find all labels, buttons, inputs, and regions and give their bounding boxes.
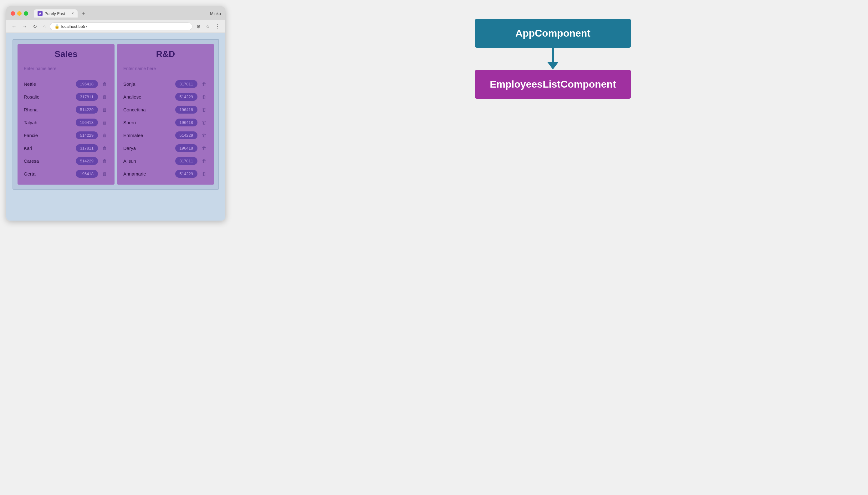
- salary-badge: 317811: [175, 157, 198, 165]
- rnd-name-input[interactable]: [122, 64, 209, 73]
- employee-name: Concettina: [123, 107, 175, 112]
- back-button[interactable]: ←: [10, 23, 18, 30]
- delete-button[interactable]: 🗑: [101, 145, 108, 151]
- delete-button[interactable]: 🗑: [201, 171, 208, 177]
- delete-button[interactable]: 🗑: [101, 158, 108, 164]
- table-row: Fancie 514229 🗑: [22, 130, 109, 141]
- table-row: Nettle 196418 🗑: [22, 78, 109, 90]
- table-row: Annamarie 514229 🗑: [122, 168, 209, 180]
- delete-button[interactable]: 🗑: [201, 81, 208, 87]
- employee-name: Annamarie: [123, 171, 175, 176]
- table-row: Rhona 514229 🗑: [22, 104, 109, 116]
- salary-badge: 196418: [175, 106, 198, 114]
- browser-content: Sales Nettle 196418 🗑 Rosalie 317811 🗑 R…: [6, 33, 225, 221]
- salary-badge: 514229: [175, 132, 198, 139]
- rnd-title: R&D: [122, 49, 209, 59]
- salary-badge: 317811: [76, 144, 98, 152]
- salary-badge: 514229: [76, 106, 98, 114]
- employees-component-label: EmployeesListComponent: [490, 79, 616, 90]
- user-name: Minko: [210, 11, 221, 16]
- forward-button[interactable]: →: [21, 23, 29, 30]
- employee-name: Kari: [24, 146, 76, 151]
- table-row: Sherri 196418 🗑: [122, 117, 209, 128]
- employee-name: Analiese: [123, 94, 175, 100]
- table-row: Gerta 196418 🗑: [22, 168, 109, 180]
- browser-tab-area: A Purely Fast × +: [34, 10, 207, 18]
- tab-title: Purely Fast: [45, 11, 65, 16]
- employee-name: Nettle: [24, 81, 76, 87]
- rnd-employee-list: Sonja 317811 🗑 Analiese 514229 🗑 Concett…: [122, 78, 209, 180]
- browser-window: A Purely Fast × + Minko ← → ↻ ⌂ 🔒 localh…: [6, 6, 225, 221]
- tab-close-button[interactable]: ×: [72, 11, 74, 16]
- employee-name: Rosalie: [24, 94, 76, 100]
- delete-button[interactable]: 🗑: [101, 171, 108, 177]
- employee-name: Talyah: [24, 120, 76, 125]
- delete-button[interactable]: 🗑: [201, 106, 208, 113]
- delete-button[interactable]: 🗑: [101, 119, 108, 126]
- delete-button[interactable]: 🗑: [201, 119, 208, 126]
- arrow-line: [552, 48, 554, 62]
- traffic-light-minimize[interactable]: [17, 11, 22, 16]
- table-row: Talyah 196418 🗑: [22, 117, 109, 128]
- sales-name-input[interactable]: [22, 64, 109, 73]
- app-component-label: AppComponent: [515, 28, 591, 39]
- employees-component-box: EmployeesListComponent: [475, 70, 631, 99]
- app-container: Sales Nettle 196418 🗑 Rosalie 317811 🗑 R…: [13, 39, 219, 190]
- salary-badge: 196418: [175, 119, 198, 126]
- menu-icon-button[interactable]: ⋮: [214, 22, 222, 30]
- employee-name: Alisun: [123, 158, 175, 164]
- table-row: Emmalee 514229 🗑: [122, 130, 209, 141]
- table-row: Caresa 514229 🗑: [22, 155, 109, 167]
- reload-button[interactable]: ↻: [31, 22, 38, 30]
- traffic-light-close[interactable]: [11, 11, 15, 16]
- delete-button[interactable]: 🗑: [201, 93, 208, 100]
- delete-button[interactable]: 🗑: [101, 81, 108, 87]
- rnd-department-panel: R&D Sonja 317811 🗑 Analiese 514229 🗑 Con…: [117, 44, 214, 185]
- salary-badge: 196418: [76, 170, 98, 178]
- browser-titlebar: A Purely Fast × + Minko: [6, 6, 225, 20]
- employee-name: Sonja: [123, 81, 175, 87]
- table-row: Alisun 317811 🗑: [122, 155, 209, 167]
- traffic-lights: [11, 11, 28, 16]
- salary-badge: 514229: [76, 132, 98, 139]
- delete-button[interactable]: 🗑: [101, 106, 108, 113]
- employee-name: Emmalee: [123, 133, 175, 138]
- table-row: Concettina 196418 🗑: [122, 104, 209, 116]
- tab-favicon: A: [37, 11, 42, 16]
- component-diagram: AppComponent EmployeesListComponent: [244, 6, 862, 112]
- delete-button[interactable]: 🗑: [201, 158, 208, 164]
- table-row: Kari 317811 🗑: [22, 142, 109, 154]
- salary-badge: 196418: [76, 119, 98, 126]
- bookmark-icon-button[interactable]: ☆: [204, 22, 211, 30]
- home-button[interactable]: ⌂: [41, 23, 47, 30]
- salary-badge: 317811: [175, 80, 198, 88]
- toolbar-actions: ⊕ ☆ ⋮: [195, 22, 222, 30]
- address-text: localhost:5557: [61, 24, 88, 29]
- new-tab-button[interactable]: +: [80, 10, 87, 18]
- employee-name: Caresa: [24, 158, 76, 164]
- table-row: Sonja 317811 🗑: [122, 78, 209, 90]
- traffic-light-fullscreen[interactable]: [24, 11, 28, 16]
- table-row: Rosalie 317811 🗑: [22, 91, 109, 103]
- employee-name: Rhona: [24, 107, 76, 112]
- delete-button[interactable]: 🗑: [201, 132, 208, 139]
- diagram-arrow: [547, 48, 559, 69]
- salary-badge: 514229: [175, 170, 198, 178]
- salary-badge: 514229: [76, 157, 98, 165]
- app-component-box: AppComponent: [475, 19, 631, 48]
- cast-icon-button[interactable]: ⊕: [195, 22, 202, 30]
- delete-button[interactable]: 🗑: [201, 145, 208, 151]
- table-row: Analiese 514229 🗑: [122, 91, 209, 103]
- salary-badge: 196418: [175, 144, 198, 152]
- delete-button[interactable]: 🗑: [101, 93, 108, 100]
- sales-title: Sales: [22, 49, 109, 59]
- address-bar[interactable]: 🔒 localhost:5557: [50, 22, 192, 30]
- browser-toolbar: ← → ↻ ⌂ 🔒 localhost:5557 ⊕ ☆ ⋮: [6, 20, 225, 33]
- delete-button[interactable]: 🗑: [101, 132, 108, 139]
- employee-name: Darya: [123, 146, 175, 151]
- employee-name: Sherri: [123, 120, 175, 125]
- salary-badge: 514229: [175, 93, 198, 101]
- employee-name: Fancie: [24, 133, 76, 138]
- salary-badge: 317811: [76, 93, 98, 101]
- browser-tab[interactable]: A Purely Fast ×: [34, 10, 78, 18]
